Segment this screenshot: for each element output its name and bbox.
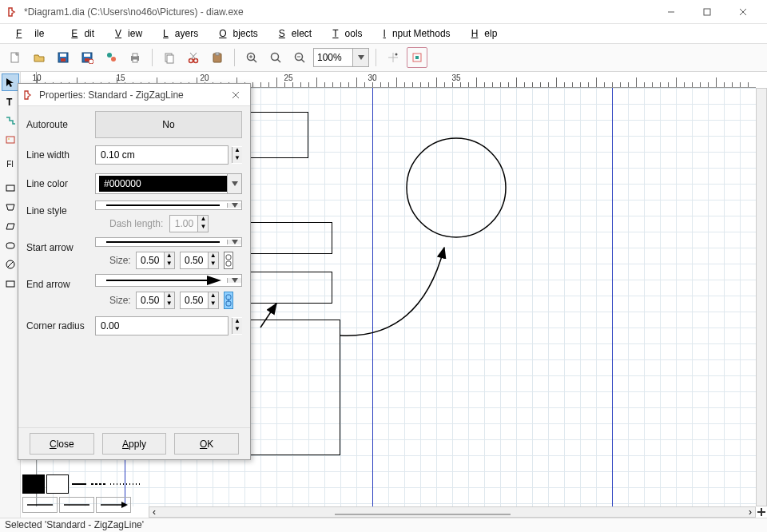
end-arrow-preset[interactable] [96, 497, 131, 513]
chevron-down-icon[interactable] [227, 278, 241, 283]
guide-line[interactable] [612, 88, 613, 506]
svg-rect-72 [226, 261, 231, 266]
linestyle-preview[interactable] [70, 474, 142, 494]
link-size-icon[interactable] [224, 292, 233, 309]
image-tool[interactable] [2, 131, 19, 149]
svg-point-34 [395, 54, 398, 56]
zigzag-tool[interactable] [2, 112, 19, 129]
export-icon[interactable] [101, 47, 121, 68]
menu-objects[interactable]: Objects [206, 26, 264, 41]
shape-para[interactable] [2, 217, 19, 235]
size-label: Size: [109, 255, 131, 266]
link-size-icon[interactable] [224, 252, 233, 269]
color-palette [21, 473, 149, 518]
chevron-down-icon[interactable] [227, 240, 241, 244]
svg-point-41 [8, 138, 10, 140]
zoom-input[interactable] [314, 50, 352, 65]
svg-point-12 [107, 53, 112, 58]
zoom-out-icon[interactable] [289, 47, 310, 68]
menu-tools[interactable]: Tools [320, 26, 368, 41]
menu-edit[interactable]: Edit [58, 26, 101, 41]
dash-length-spin[interactable]: ▲▼ [169, 215, 209, 232]
shape-box[interactable] [2, 179, 19, 197]
svg-rect-42 [6, 185, 14, 191]
zoom-dropdown-icon[interactable] [352, 49, 368, 66]
guide-line[interactable] [372, 88, 373, 506]
dialog-footer: Close Apply OK [18, 427, 250, 459]
svg-line-45 [7, 261, 14, 268]
close-window-button[interactable] [725, 1, 761, 23]
maximize-button[interactable] [689, 1, 725, 23]
corner-radius-input[interactable] [95, 316, 229, 335]
line-style-combo[interactable] [95, 200, 242, 210]
print-icon[interactable] [125, 47, 145, 68]
snap-object-icon[interactable] [407, 47, 427, 68]
properties-dialog[interactable]: Properties: Standard - ZigZagLine Autoro… [18, 83, 251, 460]
autoroute-toggle[interactable]: No [95, 111, 242, 138]
flowchart-label[interactable]: Fl [2, 155, 19, 173]
fg-color-swatch[interactable] [22, 474, 45, 494]
titlebar: *Diagram1.dia (C:\Users\no46o\Pictures) … [0, 0, 767, 24]
dialog-close-icon[interactable] [226, 87, 245, 103]
svg-rect-18 [167, 55, 173, 63]
line-color-label: Line color [26, 178, 89, 189]
app-icon [6, 6, 19, 18]
chevron-down-icon[interactable] [227, 203, 241, 208]
svg-rect-16 [133, 59, 137, 62]
zoom-combo[interactable] [313, 48, 369, 67]
end-size-h-spin[interactable]: ▲▼ [180, 292, 219, 309]
minimize-button[interactable] [653, 1, 689, 23]
shape-box2[interactable] [2, 275, 19, 292]
start-size-h-spin[interactable]: ▲▼ [180, 252, 219, 269]
start-size-w-spin[interactable]: ▲▼ [136, 252, 175, 269]
shape-trap[interactable] [2, 198, 19, 216]
end-arrow-combo[interactable] [95, 274, 242, 287]
start-arrow-combo[interactable] [95, 237, 242, 247]
end-size-w-spin[interactable]: ▲▼ [136, 292, 175, 309]
text-tool[interactable]: T [2, 93, 19, 110]
menu-select[interactable]: Select [266, 26, 318, 41]
shape-round[interactable] [2, 236, 19, 254]
snap-grid-icon[interactable] [383, 47, 403, 68]
svg-line-26 [253, 59, 256, 62]
menu-input-methods[interactable]: Input Methods [371, 26, 457, 41]
svg-line-30 [277, 59, 280, 62]
spin-down-icon[interactable]: ▼ [232, 155, 242, 163]
menu-layers[interactable]: Layers [150, 26, 205, 41]
menu-help[interactable]: Help [459, 26, 504, 41]
status-bar: Selected 'Standard - ZigZagLine' [0, 518, 767, 532]
copy-icon[interactable] [159, 47, 180, 68]
dialog-titlebar[interactable]: Properties: Standard - ZigZagLine [18, 84, 250, 106]
canvas-shape-ellipse[interactable] [404, 136, 508, 240]
spin-down-icon[interactable]: ▼ [232, 326, 242, 334]
cut-icon[interactable] [183, 47, 204, 68]
save-icon[interactable] [53, 47, 74, 68]
svg-point-11 [89, 59, 93, 64]
vertical-scrollbar[interactable] [756, 88, 767, 506]
apply-button[interactable]: Apply [102, 433, 167, 455]
paste-icon[interactable] [207, 47, 228, 68]
line-preset[interactable] [59, 497, 94, 513]
zoom-in-icon[interactable] [241, 47, 262, 68]
menu-file[interactable]: File [3, 26, 57, 41]
close-button[interactable]: Close [30, 433, 94, 455]
line-width-input[interactable] [95, 145, 229, 165]
chevron-down-icon[interactable] [227, 174, 241, 193]
horizontal-scrollbar[interactable]: ‹ › [149, 506, 756, 518]
new-file-icon[interactable] [5, 47, 26, 68]
svg-point-20 [194, 59, 198, 63]
ruler-label: 10 [32, 73, 41, 82]
svg-line-32 [301, 59, 304, 62]
add-diagram-icon[interactable] [756, 506, 767, 518]
open-file-icon[interactable] [29, 47, 50, 68]
svg-rect-1 [704, 9, 710, 15]
save-as-icon[interactable] [77, 47, 97, 68]
line-color-combo[interactable]: #000000 [95, 173, 242, 194]
zoom-fit-icon[interactable] [265, 47, 286, 68]
shape-circle-slash[interactable] [2, 256, 19, 273]
bg-color-swatch[interactable] [46, 474, 69, 494]
start-arrow-preset[interactable] [22, 497, 58, 513]
ok-button[interactable]: OK [174, 433, 239, 455]
pointer-tool[interactable] [2, 73, 19, 91]
menu-view[interactable]: View [102, 26, 149, 41]
